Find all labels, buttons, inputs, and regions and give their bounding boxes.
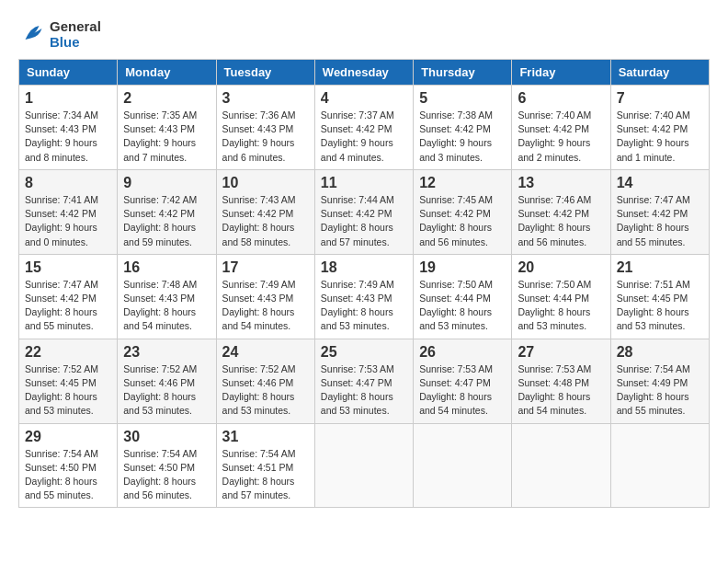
calendar-cell [314,423,413,508]
day-info: Sunrise: 7:45 AM Sunset: 4:42 PM Dayligh… [419,193,506,249]
weekday-header-friday: Friday [512,60,610,86]
day-number: 10 [222,175,309,191]
day-info: Sunrise: 7:46 AM Sunset: 4:42 PM Dayligh… [518,193,604,249]
calendar-cell: 13Sunrise: 7:46 AM Sunset: 4:42 PM Dayli… [512,169,610,254]
calendar-cell: 8Sunrise: 7:41 AM Sunset: 4:42 PM Daylig… [19,169,118,254]
day-info: Sunrise: 7:52 AM Sunset: 4:46 PM Dayligh… [222,362,309,419]
calendar-cell: 20Sunrise: 7:50 AM Sunset: 4:44 PM Dayli… [512,254,610,339]
day-info: Sunrise: 7:34 AM Sunset: 4:43 PM Dayligh… [25,109,111,165]
day-info: Sunrise: 7:47 AM Sunset: 4:42 PM Dayligh… [25,278,111,334]
calendar-cell [512,423,610,508]
calendar-cell: 7Sunrise: 7:40 AM Sunset: 4:42 PM Daylig… [610,86,709,170]
day-info: Sunrise: 7:53 AM Sunset: 4:48 PM Dayligh… [518,362,604,419]
calendar-cell: 30Sunrise: 7:54 AM Sunset: 4:50 PM Dayli… [118,423,216,508]
day-info: Sunrise: 7:36 AM Sunset: 4:43 PM Dayligh… [222,109,309,165]
day-number: 14 [617,175,703,191]
day-number: 17 [222,259,309,276]
logo-text: General Blue [50,18,101,50]
day-number: 2 [123,90,210,107]
day-info: Sunrise: 7:54 AM Sunset: 4:50 PM Dayligh… [123,447,210,503]
weekday-header-sunday: Sunday [19,60,118,86]
calendar-cell: 1Sunrise: 7:34 AM Sunset: 4:43 PM Daylig… [19,86,118,170]
calendar-cell: 15Sunrise: 7:47 AM Sunset: 4:42 PM Dayli… [19,254,118,339]
day-info: Sunrise: 7:51 AM Sunset: 4:45 PM Dayligh… [617,278,703,334]
day-number: 3 [222,90,309,107]
day-number: 16 [123,259,210,276]
day-info: Sunrise: 7:50 AM Sunset: 4:44 PM Dayligh… [419,278,506,334]
header: General Blue [18,18,710,50]
day-number: 24 [222,344,309,361]
logo: General Blue [18,18,101,50]
calendar-table: SundayMondayTuesdayWednesdayThursdayFrid… [18,59,710,508]
calendar-cell: 22Sunrise: 7:52 AM Sunset: 4:45 PM Dayli… [19,339,118,423]
day-info: Sunrise: 7:54 AM Sunset: 4:51 PM Dayligh… [222,447,309,503]
calendar-cell: 29Sunrise: 7:54 AM Sunset: 4:50 PM Dayli… [19,423,118,508]
day-number: 31 [222,429,309,445]
day-info: Sunrise: 7:54 AM Sunset: 4:49 PM Dayligh… [617,362,703,419]
day-info: Sunrise: 7:52 AM Sunset: 4:45 PM Dayligh… [25,362,111,419]
day-number: 15 [25,259,111,276]
calendar-cell: 18Sunrise: 7:49 AM Sunset: 4:43 PM Dayli… [314,254,413,339]
day-info: Sunrise: 7:53 AM Sunset: 4:47 PM Dayligh… [419,362,506,419]
calendar-cell: 27Sunrise: 7:53 AM Sunset: 4:48 PM Dayli… [512,339,610,423]
week-row-3: 15Sunrise: 7:47 AM Sunset: 4:42 PM Dayli… [19,254,710,339]
day-info: Sunrise: 7:50 AM Sunset: 4:44 PM Dayligh… [518,278,604,334]
calendar-cell: 26Sunrise: 7:53 AM Sunset: 4:47 PM Dayli… [414,339,512,423]
day-number: 27 [518,344,604,361]
day-info: Sunrise: 7:44 AM Sunset: 4:42 PM Dayligh… [321,193,407,249]
day-number: 11 [321,175,407,191]
calendar-cell: 31Sunrise: 7:54 AM Sunset: 4:51 PM Dayli… [216,423,314,508]
calendar-cell: 11Sunrise: 7:44 AM Sunset: 4:42 PM Dayli… [314,169,413,254]
day-info: Sunrise: 7:40 AM Sunset: 4:42 PM Dayligh… [617,109,703,165]
calendar-cell: 19Sunrise: 7:50 AM Sunset: 4:44 PM Dayli… [414,254,512,339]
calendar-cell: 28Sunrise: 7:54 AM Sunset: 4:49 PM Dayli… [610,339,709,423]
calendar-cell: 2Sunrise: 7:35 AM Sunset: 4:43 PM Daylig… [118,86,216,170]
day-info: Sunrise: 7:43 AM Sunset: 4:42 PM Dayligh… [222,193,309,249]
weekday-header-row: SundayMondayTuesdayWednesdayThursdayFrid… [19,60,710,86]
day-info: Sunrise: 7:40 AM Sunset: 4:42 PM Dayligh… [518,109,604,165]
week-row-5: 29Sunrise: 7:54 AM Sunset: 4:50 PM Dayli… [19,423,710,508]
calendar-cell: 4Sunrise: 7:37 AM Sunset: 4:42 PM Daylig… [314,86,413,170]
day-info: Sunrise: 7:47 AM Sunset: 4:42 PM Dayligh… [617,193,703,249]
day-number: 21 [617,259,703,276]
day-number: 22 [25,344,111,361]
day-info: Sunrise: 7:37 AM Sunset: 4:42 PM Dayligh… [321,109,407,165]
day-info: Sunrise: 7:48 AM Sunset: 4:43 PM Dayligh… [123,278,210,334]
calendar-cell: 3Sunrise: 7:36 AM Sunset: 4:43 PM Daylig… [216,86,314,170]
day-info: Sunrise: 7:53 AM Sunset: 4:47 PM Dayligh… [321,362,407,419]
week-row-2: 8Sunrise: 7:41 AM Sunset: 4:42 PM Daylig… [19,169,710,254]
day-number: 9 [123,175,210,191]
day-info: Sunrise: 7:42 AM Sunset: 4:42 PM Dayligh… [123,193,210,249]
day-info: Sunrise: 7:52 AM Sunset: 4:46 PM Dayligh… [123,362,210,419]
day-number: 29 [25,429,111,445]
day-number: 23 [123,344,210,361]
calendar-cell: 21Sunrise: 7:51 AM Sunset: 4:45 PM Dayli… [610,254,709,339]
week-row-4: 22Sunrise: 7:52 AM Sunset: 4:45 PM Dayli… [19,339,710,423]
day-number: 26 [419,344,506,361]
day-number: 4 [321,90,407,107]
day-info: Sunrise: 7:35 AM Sunset: 4:43 PM Dayligh… [123,109,210,165]
day-number: 7 [617,90,703,107]
day-number: 8 [25,175,111,191]
day-number: 12 [419,175,506,191]
day-number: 13 [518,175,604,191]
day-info: Sunrise: 7:38 AM Sunset: 4:42 PM Dayligh… [419,109,506,165]
day-number: 20 [518,259,604,276]
day-info: Sunrise: 7:49 AM Sunset: 4:43 PM Dayligh… [222,278,309,334]
calendar-cell [610,423,709,508]
day-number: 25 [321,344,407,361]
day-number: 30 [123,429,210,445]
day-number: 18 [321,259,407,276]
day-info: Sunrise: 7:41 AM Sunset: 4:42 PM Dayligh… [25,193,111,249]
day-info: Sunrise: 7:54 AM Sunset: 4:50 PM Dayligh… [25,447,111,503]
calendar-cell: 12Sunrise: 7:45 AM Sunset: 4:42 PM Dayli… [414,169,512,254]
weekday-header-monday: Monday [118,60,216,86]
day-number: 28 [617,344,703,361]
day-number: 1 [25,90,111,107]
calendar-cell: 16Sunrise: 7:48 AM Sunset: 4:43 PM Dayli… [118,254,216,339]
calendar-cell: 17Sunrise: 7:49 AM Sunset: 4:43 PM Dayli… [216,254,314,339]
day-number: 19 [419,259,506,276]
calendar-cell: 10Sunrise: 7:43 AM Sunset: 4:42 PM Dayli… [216,169,314,254]
day-number: 5 [419,90,506,107]
calendar-cell: 9Sunrise: 7:42 AM Sunset: 4:42 PM Daylig… [118,169,216,254]
